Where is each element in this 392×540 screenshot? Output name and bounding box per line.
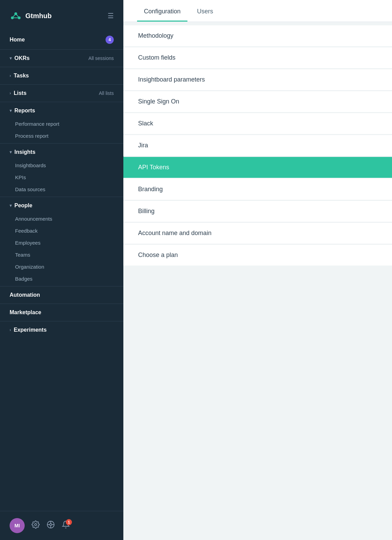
- people-chevron-icon: ▾: [10, 203, 12, 208]
- tab-users[interactable]: Users: [190, 2, 220, 22]
- okrs-sessions-label: All sessions: [88, 56, 114, 61]
- tab-configuration[interactable]: Configuration: [137, 2, 187, 22]
- logo-icon: [10, 10, 22, 22]
- sidebar-nav: Home 4 ▾ OKRs All sessions › Tasks › Li: [0, 29, 123, 511]
- sidebar-item-kpis[interactable]: KPIs: [0, 171, 123, 183]
- insights-label: Insights: [14, 149, 35, 155]
- app-name: Gtmhub: [25, 12, 52, 20]
- sidebar-footer: MI 1: [0, 511, 123, 540]
- config-item-methodology[interactable]: Methodology: [123, 25, 392, 46]
- config-item-single-sign-on[interactable]: Single Sign On: [123, 91, 392, 112]
- svg-point-8: [50, 524, 52, 526]
- sidebar-item-teams[interactable]: Teams: [0, 249, 123, 261]
- config-item-insightboard-parameters[interactable]: Insightboard parameters: [123, 69, 392, 90]
- experiments-label: Experiments: [14, 327, 47, 333]
- sidebar-item-reports[interactable]: ▾ Reports: [0, 103, 123, 118]
- divider-lists: [0, 102, 123, 102]
- svg-line-4: [16, 14, 19, 18]
- divider-home: [0, 49, 123, 50]
- lists-all-label: All lists: [99, 90, 114, 96]
- tasks-label: Tasks: [14, 73, 29, 79]
- home-badge: 4: [106, 36, 114, 44]
- insights-chevron-icon: ▾: [10, 150, 12, 155]
- okrs-label: OKRs: [14, 55, 29, 61]
- help-icon[interactable]: [47, 520, 55, 531]
- svg-line-3: [12, 14, 16, 18]
- logo-area[interactable]: Gtmhub: [10, 10, 52, 22]
- settings-icon[interactable]: [32, 520, 40, 531]
- people-label: People: [14, 202, 32, 209]
- config-item-billing[interactable]: Billing: [123, 200, 392, 222]
- divider-people: [0, 286, 123, 286]
- sidebar-item-employees[interactable]: Employees: [0, 237, 123, 249]
- divider-marketplace: [0, 321, 123, 321]
- hamburger-icon[interactable]: ☰: [108, 12, 114, 20]
- sidebar-item-performance-report[interactable]: Performance report: [0, 118, 123, 130]
- sidebar-item-home[interactable]: Home 4: [0, 32, 123, 48]
- main-content: Configuration Users Methodology Custom f…: [123, 0, 392, 540]
- okrs-chevron-icon: ▾: [10, 56, 12, 61]
- tasks-chevron-icon: ›: [10, 73, 11, 78]
- divider-reports: [0, 143, 123, 144]
- notifications-icon[interactable]: 1: [62, 520, 70, 531]
- divider-okrs: [0, 67, 123, 67]
- sidebar-item-tasks[interactable]: › Tasks: [0, 69, 123, 83]
- config-item-branding[interactable]: Branding: [123, 179, 392, 200]
- lists-chevron-icon: ›: [10, 91, 11, 96]
- config-item-api-tokens[interactable]: API Tokens: [123, 157, 392, 178]
- divider-automation: [0, 304, 123, 304]
- sidebar-item-organization[interactable]: Organization: [0, 261, 123, 273]
- reports-label: Reports: [14, 108, 35, 114]
- notification-count: 1: [66, 519, 72, 525]
- sidebar: Gtmhub ☰ Home 4 ▾ OKRs All sessions › Ta…: [0, 0, 123, 540]
- divider-insights: [0, 197, 123, 197]
- reports-chevron-icon: ▾: [10, 108, 12, 113]
- config-item-account-name-domain[interactable]: Account name and domain: [123, 222, 392, 244]
- automation-label: Automation: [10, 292, 40, 298]
- sidebar-item-lists[interactable]: › Lists All lists: [0, 86, 123, 100]
- sidebar-item-announcements[interactable]: Announcements: [0, 213, 123, 225]
- svg-point-6: [35, 524, 37, 526]
- config-item-jira[interactable]: Jira: [123, 135, 392, 156]
- config-item-choose-plan[interactable]: Choose a plan: [123, 244, 392, 266]
- sidebar-item-people[interactable]: ▾ People: [0, 198, 123, 213]
- home-label: Home: [10, 37, 25, 43]
- sidebar-item-insightboards[interactable]: Insightboards: [0, 159, 123, 171]
- config-item-custom-fields[interactable]: Custom fields: [123, 47, 392, 68]
- experiments-chevron-icon: ›: [10, 328, 11, 332]
- sidebar-item-feedback[interactable]: Feedback: [0, 225, 123, 237]
- sidebar-item-okrs[interactable]: ▾ OKRs All sessions: [0, 51, 123, 65]
- config-list: Methodology Custom fields Insightboard p…: [123, 22, 392, 540]
- tabs-bar: Configuration Users: [123, 0, 392, 22]
- config-item-slack[interactable]: Slack: [123, 113, 392, 134]
- sidebar-item-process-report[interactable]: Process report: [0, 130, 123, 142]
- sidebar-item-insights[interactable]: ▾ Insights: [0, 145, 123, 159]
- marketplace-label: Marketplace: [10, 309, 41, 316]
- sidebar-item-badges[interactable]: Badges: [0, 273, 123, 285]
- sidebar-item-experiments[interactable]: › Experiments: [0, 323, 123, 337]
- divider-tasks: [0, 84, 123, 85]
- sidebar-item-automation[interactable]: Automation: [0, 288, 123, 302]
- avatar[interactable]: MI: [10, 518, 25, 533]
- lists-label: Lists: [14, 90, 26, 96]
- sidebar-item-marketplace[interactable]: Marketplace: [0, 305, 123, 320]
- sidebar-item-data-sources[interactable]: Data sources: [0, 183, 123, 195]
- sidebar-header: Gtmhub ☰: [0, 0, 123, 29]
